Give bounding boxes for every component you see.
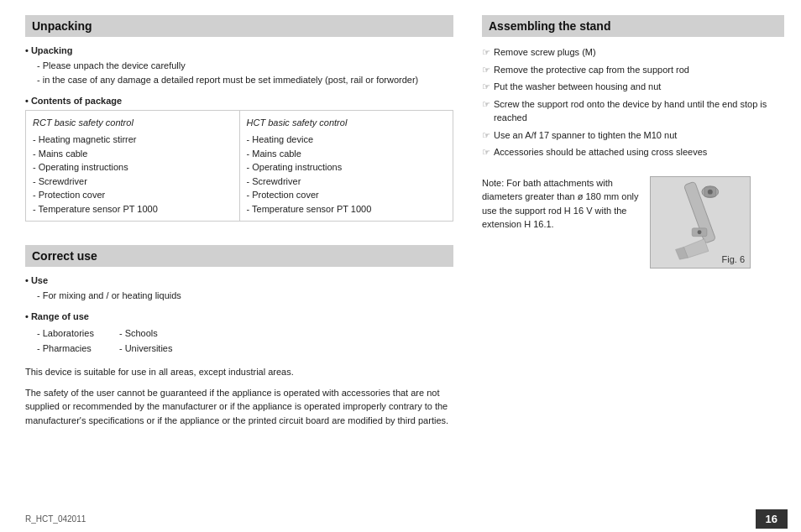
rct-item-1: Mains cable bbox=[33, 147, 233, 161]
range-col-1: Laboratories Pharmacies bbox=[37, 326, 94, 357]
suitable-para: This device is suitable for use in all a… bbox=[25, 365, 453, 379]
hct-item-3: Screwdriver bbox=[247, 175, 447, 189]
range-item-schools: Schools bbox=[119, 326, 173, 342]
range-item-pharm: Pharmacies bbox=[37, 341, 94, 357]
correct-use-section: Correct use • Use For mixing and / or he… bbox=[25, 245, 453, 434]
step-1: ☞ Remove the protective cap from the sup… bbox=[482, 63, 784, 77]
rct-item-4: Protection cover bbox=[33, 188, 233, 202]
step-icon-5: ☞ bbox=[482, 145, 490, 159]
hct-item-1: Mains cable bbox=[247, 147, 447, 161]
unpacking-section: Unpacking • Upacking Please unpach the d… bbox=[25, 15, 453, 230]
page-number: 16 bbox=[756, 509, 788, 529]
step-icon-0: ☞ bbox=[482, 45, 490, 60]
step-icon-3: ☞ bbox=[482, 97, 490, 112]
rct-header: RCT basic safety control bbox=[33, 116, 233, 130]
upacking-item-1: Please unpach the device carefully bbox=[37, 60, 453, 72]
contents-block: • Contents of package RCT basic safety c… bbox=[25, 96, 453, 222]
left-column: Unpacking • Upacking Please unpach the d… bbox=[0, 0, 470, 532]
step-0: ☞ Remove screw plugs (M) bbox=[482, 45, 784, 60]
unpacking-header: Unpacking bbox=[25, 15, 453, 37]
step-3: ☞ Screw the support rod onto the device … bbox=[482, 97, 784, 125]
upacking-title: • Upacking bbox=[25, 45, 453, 55]
svg-point-4 bbox=[708, 189, 713, 194]
contents-title: • Contents of package bbox=[25, 96, 453, 106]
hct-item-5: Temperature sensor PT 1000 bbox=[247, 202, 447, 216]
range-title: • Range of use bbox=[25, 311, 453, 321]
rct-item-2: Operating instructions bbox=[33, 160, 233, 175]
upacking-block: • Upacking Please unpach the device care… bbox=[25, 45, 453, 87]
range-col-2: Schools Universities bbox=[119, 326, 173, 357]
assembling-header: Assembling the stand bbox=[482, 15, 784, 37]
hct-column: HCT basic safety control Heating device … bbox=[240, 111, 453, 222]
step-icon-2: ☞ bbox=[482, 80, 490, 94]
fig-area: Note: For bath attachments with diameter… bbox=[482, 176, 784, 269]
right-column: Assembling the stand ☞ Remove screw plug… bbox=[470, 0, 801, 532]
step-icon-1: ☞ bbox=[482, 63, 490, 77]
correct-use-header: Correct use bbox=[25, 245, 453, 267]
upacking-item-2: in the case of any damage a detailed rep… bbox=[37, 74, 453, 86]
step-2: ☞ Put the washer between housing and nut bbox=[482, 80, 784, 94]
rct-item-5: Temperature sensor PT 1000 bbox=[33, 202, 233, 216]
range-block: • Range of use Laboratories Pharmacies S… bbox=[25, 311, 453, 357]
hct-header: HCT basic safety control bbox=[247, 116, 447, 130]
step-5: ☞ Accessories should be attached using c… bbox=[482, 145, 784, 159]
svg-point-6 bbox=[698, 230, 702, 234]
package-table: RCT basic safety control Heating magneti… bbox=[25, 110, 453, 222]
use-title: • Use bbox=[25, 275, 453, 285]
step-icon-4: ☞ bbox=[482, 128, 490, 143]
rct-item-0: Heating magnetic stirrer bbox=[33, 133, 233, 147]
range-item-labs: Laboratories bbox=[37, 326, 94, 342]
fig-image: Fig. 6 bbox=[650, 176, 751, 269]
footer: R_HCT_042011 16 bbox=[0, 506, 801, 532]
range-columns: Laboratories Pharmacies Schools Universi… bbox=[37, 326, 453, 357]
hct-item-0: Heating device bbox=[247, 133, 447, 147]
step-4: ☞ Use an A/f 17 spanner to tighten the M… bbox=[482, 128, 784, 143]
fig-label: Fig. 6 bbox=[721, 254, 745, 264]
range-item-universities: Universities bbox=[119, 341, 173, 357]
assembling-steps: ☞ Remove screw plugs (M) ☞ Remove the pr… bbox=[482, 45, 784, 163]
rct-item-3: Screwdriver bbox=[33, 175, 233, 189]
hct-item-2: Operating instructions bbox=[247, 160, 447, 175]
rct-column: RCT basic safety control Heating magneti… bbox=[26, 111, 240, 222]
use-item: For mixing and / or heating liquids bbox=[37, 289, 453, 302]
safety-para: The safety of the user cannot be guarant… bbox=[25, 386, 453, 428]
use-block: • Use For mixing and / or heating liquid… bbox=[25, 275, 453, 302]
hct-item-4: Protection cover bbox=[247, 188, 447, 202]
fig-note-text: Note: For bath attachments with diameter… bbox=[482, 176, 641, 232]
footer-code: R_HCT_042011 bbox=[25, 514, 86, 524]
page: Unpacking • Upacking Please unpach the d… bbox=[0, 0, 801, 532]
